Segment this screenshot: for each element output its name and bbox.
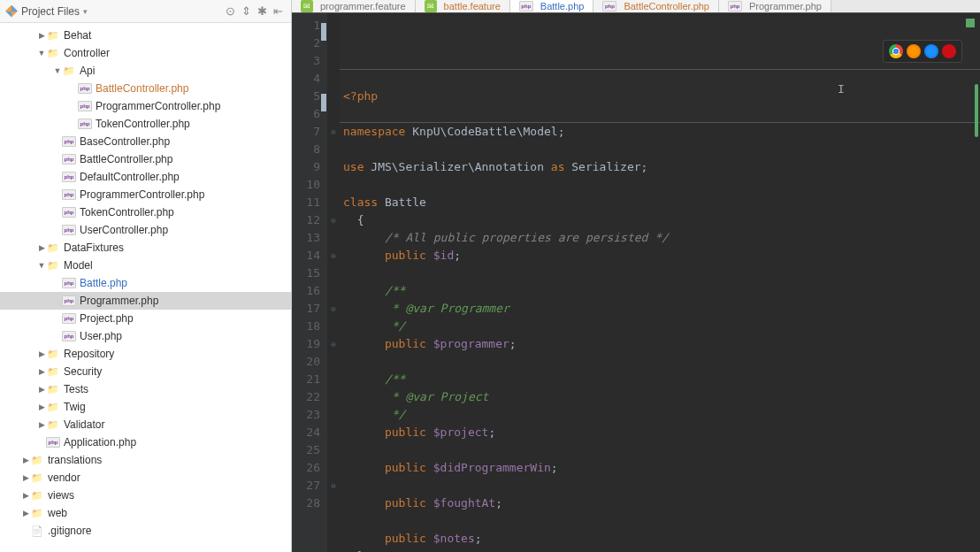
code-line[interactable]: /* All public properties are persisted *… — [343, 229, 980, 247]
editor-tab[interactable]: Battle.php — [510, 0, 594, 12]
code-line[interactable]: * @var Project — [343, 388, 980, 406]
code-line[interactable]: public $foughtAt; — [343, 494, 980, 512]
editor-tab[interactable]: battle.feature — [416, 0, 510, 12]
fold-toggle-icon[interactable]: ⊖ — [327, 247, 340, 264]
tree-item[interactable]: ▶BattleController.php — [0, 150, 291, 168]
inspection-status-icon[interactable] — [966, 19, 975, 27]
tree-item[interactable]: ▶web — [0, 504, 291, 522]
tree-item[interactable]: ▶views — [0, 487, 291, 504]
tree-item[interactable]: ▶TokenController.php — [0, 203, 291, 221]
fold-toggle-icon[interactable]: ⊖ — [327, 300, 340, 318]
tree-item[interactable]: ▶translations — [0, 451, 291, 469]
fold-toggle-icon[interactable]: ⊖ — [327, 211, 340, 229]
tree-item[interactable]: ▶Battle.php — [0, 274, 291, 292]
file-tree[interactable]: ▶Behat▼Controller▼Api▶BattleController.p… — [0, 23, 291, 552]
tree-item[interactable]: ▼Controller — [0, 44, 291, 62]
tree-item[interactable]: ▶vendor — [0, 469, 291, 487]
expand-arrow-icon[interactable]: ▼ — [37, 49, 46, 58]
expand-arrow-icon[interactable]: ▶ — [37, 243, 46, 252]
code-line[interactable]: <?php — [343, 88, 980, 105]
code-line[interactable]: class Battle — [343, 194, 980, 211]
code-line[interactable]: public $programmer; — [343, 335, 980, 353]
firefox-icon[interactable] — [907, 44, 921, 58]
tree-item[interactable]: ▶Tests — [0, 380, 291, 398]
tree-item[interactable]: ▶Security — [0, 363, 291, 380]
safari-icon[interactable] — [924, 44, 938, 58]
browser-overlay[interactable] — [883, 40, 962, 63]
arrow-placeholder: ▶ — [53, 190, 62, 199]
expand-arrow-icon[interactable]: ▶ — [37, 420, 46, 429]
editor-tab[interactable]: programmer.feature — [292, 0, 416, 12]
code-content[interactable]: <?phpnamespace KnpU\CodeBattle\Model;use… — [340, 13, 980, 552]
code-line[interactable]: /** — [343, 282, 980, 300]
tree-item[interactable]: ▶Programmer.php — [0, 292, 291, 310]
editor-tab[interactable]: Programmer.php — [719, 0, 831, 12]
editor-tab[interactable]: BattleController.php — [593, 0, 719, 12]
expand-arrow-icon[interactable]: ▶ — [37, 31, 46, 40]
tree-item[interactable]: ▶ProgrammerController.php — [0, 186, 291, 203]
tree-item[interactable]: ▶ProgrammerController.php — [0, 97, 291, 115]
code-line[interactable]: */ — [343, 318, 980, 335]
expand-arrow-icon[interactable]: ▶ — [21, 491, 30, 500]
expand-arrow-icon[interactable]: ▶ — [37, 367, 46, 376]
tree-item[interactable]: ▶DefaultController.php — [0, 168, 291, 186]
fold-toggle-icon[interactable]: ⊖ — [327, 335, 340, 353]
dropdown-icon[interactable]: ▾ — [83, 7, 88, 16]
tree-item[interactable]: ▶Project.php — [0, 310, 291, 327]
code-line[interactable] — [343, 353, 980, 371]
opera-icon[interactable] — [942, 44, 956, 58]
code-line[interactable] — [343, 477, 980, 494]
code-line[interactable]: } — [343, 548, 980, 552]
tree-item[interactable]: ▶TokenController.php — [0, 115, 291, 133]
tree-item[interactable]: ▶DataFixtures — [0, 239, 291, 257]
code-line[interactable]: * @var Programmer — [343, 300, 980, 318]
expand-arrow-icon[interactable]: ▶ — [21, 473, 30, 482]
expand-arrow-icon[interactable]: ▼ — [37, 261, 46, 270]
code-line[interactable]: public $project; — [343, 424, 980, 441]
expand-arrow-icon[interactable]: ▶ — [37, 385, 46, 394]
tree-item[interactable]: ▶UserController.php — [0, 221, 291, 239]
code-line[interactable]: /** — [343, 371, 980, 388]
locate-icon[interactable]: ⊙ — [222, 4, 238, 19]
tree-item[interactable]: ▶Application.php — [0, 433, 291, 451]
folder-icon — [46, 259, 60, 272]
tree-item[interactable]: ▶Repository — [0, 345, 291, 363]
code-line[interactable] — [343, 512, 980, 530]
expand-arrow-icon[interactable]: ▶ — [37, 349, 46, 358]
code-line[interactable]: */ — [343, 406, 980, 424]
tree-item[interactable]: ▼Api — [0, 62, 291, 80]
code-line[interactable]: public $notes; — [343, 530, 980, 548]
expand-arrow-icon[interactable]: ▶ — [21, 509, 30, 518]
tree-item[interactable]: ▶Validator — [0, 416, 291, 433]
tree-item[interactable]: ▶User.php — [0, 327, 291, 345]
tree-item[interactable]: ▶.gitignore — [0, 522, 291, 540]
expand-arrow-icon[interactable]: ▶ — [37, 402, 46, 411]
php-icon — [62, 331, 76, 341]
code-line[interactable] — [343, 441, 980, 459]
code-line[interactable]: use JMS\Serializer\Annotation as Seriali… — [343, 158, 980, 176]
folder-icon — [30, 489, 44, 502]
code-line[interactable] — [343, 105, 980, 123]
code-line[interactable]: public $didProgrammerWin; — [343, 459, 980, 477]
code-line[interactable]: public $id; — [343, 247, 980, 264]
tree-item[interactable]: ▶Twig — [0, 398, 291, 416]
code-line[interactable] — [343, 176, 980, 194]
tree-item[interactable]: ▶BaseController.php — [0, 133, 291, 150]
code-line[interactable]: { — [343, 211, 980, 229]
fold-column[interactable]: ⊖⊖⊖⊖⊖⊖ — [327, 13, 340, 552]
code-line[interactable] — [343, 141, 980, 158]
tree-item[interactable]: ▶BattleController.php — [0, 80, 291, 97]
code-editor[interactable]: 1234567891011121314151617181920212223242… — [292, 13, 980, 552]
chrome-icon[interactable] — [889, 44, 903, 58]
expand-arrow-icon[interactable]: ▶ — [21, 456, 30, 464]
code-line[interactable] — [343, 264, 980, 282]
code-line[interactable]: namespace KnpU\CodeBattle\Model; — [343, 123, 980, 141]
tree-item[interactable]: ▼Model — [0, 257, 291, 274]
fold-toggle-icon[interactable]: ⊖ — [327, 477, 340, 494]
settings-icon[interactable]: ✱ — [254, 4, 270, 19]
fold-toggle-icon[interactable]: ⊖ — [327, 123, 340, 141]
collapse-icon[interactable]: ⇕ — [238, 4, 254, 19]
hide-icon[interactable]: ⇤ — [270, 4, 286, 19]
expand-arrow-icon[interactable]: ▼ — [53, 66, 62, 75]
tree-item[interactable]: ▶Behat — [0, 27, 291, 44]
